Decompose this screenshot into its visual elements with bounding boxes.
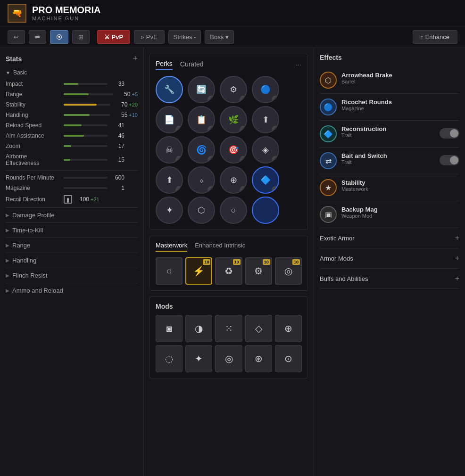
perk-icon-r1-c1[interactable]: 📋− bbox=[188, 106, 215, 133]
perk-icon-r2-c2[interactable]: 🎯− bbox=[220, 136, 247, 164]
view2-button[interactable]: ⊞ bbox=[72, 30, 90, 44]
view1-button[interactable]: ⦿ bbox=[50, 30, 68, 44]
masterwork-icon-2[interactable]: ♻10 bbox=[215, 257, 242, 285]
stat-bar-bg bbox=[64, 114, 110, 116]
effect-name: Stability bbox=[341, 179, 459, 186]
perks-more-button[interactable]: ··· bbox=[296, 61, 302, 69]
effect-symbol: ⇄ bbox=[325, 156, 332, 165]
mod-icon-r0-c1[interactable]: ◑ bbox=[185, 315, 212, 342]
toggle-slider[interactable] bbox=[440, 128, 459, 139]
section-buffs-and-abilities[interactable]: Buffs and Abilities + bbox=[320, 269, 459, 289]
collapsible-flinch-resist[interactable]: ▶ Flinch Resist bbox=[6, 268, 138, 283]
stat-special-row: Rounds Per Minute 600 bbox=[6, 174, 138, 181]
stat-name: Impact bbox=[6, 81, 60, 87]
effect-item-arrowhead-brake: ⬡ Arrowhead Brake Barrel bbox=[320, 67, 459, 94]
strikes-dropdown[interactable]: Strikes - bbox=[168, 30, 201, 44]
mw-symbol: ⚙ bbox=[254, 265, 263, 277]
perks-panel: Perks Curated ··· 🔧🔄−⚙−🔵−📄−📋−🌿−⬆−☠−🌀−🎯−◈… bbox=[144, 48, 314, 476]
perk-icon-r1-c3[interactable]: ⬆− bbox=[252, 106, 279, 133]
stats-special-list: Rounds Per Minute 600 Magazine 1 Recoil … bbox=[6, 174, 138, 204]
perk-icon-r1-c2[interactable]: 🌿− bbox=[220, 106, 247, 133]
perk-icon-r1-c0[interactable]: 📄− bbox=[156, 106, 183, 133]
mod-symbol: ⊛ bbox=[255, 353, 263, 364]
perk-icon-r4-c2[interactable]: ○ bbox=[220, 197, 247, 224]
stat-bar bbox=[64, 104, 97, 106]
basic-section-header[interactable]: ▼ Basic bbox=[6, 69, 138, 76]
masterwork-icon-0[interactable]: ○ bbox=[156, 257, 183, 285]
expand-icon: + bbox=[455, 274, 459, 283]
effect-toggle[interactable] bbox=[440, 125, 459, 139]
tab-perks[interactable]: Perks bbox=[156, 60, 173, 70]
section-label: Exotic Armor bbox=[320, 235, 355, 242]
tab-curated[interactable]: Curated bbox=[180, 60, 204, 70]
collapsible-handling[interactable]: ▶ Handling bbox=[6, 253, 138, 268]
stat-bar-bg bbox=[64, 93, 113, 95]
perk-icon-r3-c2[interactable]: ⊕− bbox=[220, 166, 247, 194]
perk-icon-r3-c1[interactable]: ⬦− bbox=[188, 166, 215, 194]
perk-minus-icon: − bbox=[175, 126, 183, 133]
perk-icon-r2-c1[interactable]: 🌀− bbox=[188, 136, 215, 164]
stat-value: 41 bbox=[111, 122, 125, 129]
stat-bonus: +10 bbox=[129, 112, 138, 118]
stat-bar bbox=[64, 114, 90, 116]
mod-icon-r1-c0[interactable]: ◌ bbox=[156, 345, 183, 372]
collapsible-time-to-kill[interactable]: ▶ Time-to-Kill bbox=[6, 222, 138, 238]
perk-icon-r2-c0[interactable]: ☠− bbox=[156, 136, 183, 164]
perk-symbol: ✦ bbox=[166, 205, 173, 215]
effect-sub: Trait bbox=[341, 132, 440, 138]
section-exotic-armor[interactable]: Exotic Armor + bbox=[320, 228, 459, 248]
perk-icon-r0-c1[interactable]: 🔄− bbox=[188, 76, 215, 103]
masterwork-icon-1[interactable]: ⚡10 bbox=[185, 257, 212, 285]
pve-button[interactable]: ▹ PvE bbox=[134, 30, 164, 44]
collapsible-range[interactable]: ▶ Range bbox=[6, 238, 138, 253]
perk-icon-r3-c0[interactable]: ⬆− bbox=[156, 166, 183, 194]
pvp-button[interactable]: ⚔ PvP bbox=[97, 30, 130, 44]
mod-icon-r1-c2[interactable]: ◎ bbox=[215, 345, 242, 372]
stat-value: 70 bbox=[114, 101, 127, 108]
mod-icon-r0-c0[interactable]: ◙ bbox=[156, 315, 183, 342]
mod-icon-r1-c4[interactable]: ⊙ bbox=[275, 345, 302, 372]
effect-icon: ★ bbox=[320, 179, 337, 196]
masterwork-icon-4[interactable]: ◎10 bbox=[275, 257, 302, 285]
enhance-button[interactable]: ↑ Enhance bbox=[413, 30, 457, 44]
stat-special-row: Recoil Direction 100 +21 bbox=[6, 195, 138, 204]
expand-icon: + bbox=[455, 234, 459, 242]
perk-icon-r0-c2[interactable]: ⚙− bbox=[220, 76, 247, 103]
perk-icon-r2-c3[interactable]: ◈− bbox=[252, 136, 279, 164]
perk-minus-icon: − bbox=[175, 156, 183, 164]
collapsible-label: Time-to-Kill bbox=[12, 227, 43, 234]
perk-icon-r0-c0[interactable]: 🔧 bbox=[156, 76, 183, 103]
perk-symbol: ⚙ bbox=[230, 84, 237, 95]
perk-icon-r4-c1[interactable]: ⬡ bbox=[188, 197, 215, 224]
effect-toggle[interactable] bbox=[440, 152, 459, 165]
mod-icon-r1-c1[interactable]: ✦ bbox=[185, 345, 212, 372]
perk-symbol: 🔧 bbox=[164, 84, 174, 95]
perks-container: Perks Curated ··· 🔧🔄−⚙−🔵−📄−📋−🌿−⬆−☠−🌀−🎯−◈… bbox=[149, 54, 308, 230]
effect-name: Bait and Switch bbox=[341, 152, 440, 159]
undo-button[interactable]: ↩ bbox=[8, 30, 25, 44]
perk-icon-r0-c3[interactable]: 🔵− bbox=[252, 76, 279, 103]
collapsible-ammo-and-reload[interactable]: ▶ Ammo and Reload bbox=[6, 283, 138, 298]
perk-symbol: ⊕ bbox=[230, 175, 237, 185]
mod-icon-r0-c4[interactable]: ⊕ bbox=[275, 315, 302, 342]
arrow-icon: ▶ bbox=[6, 228, 9, 233]
perk-symbol: 📋 bbox=[196, 115, 207, 125]
toggle-slider[interactable] bbox=[440, 155, 459, 165]
boss-dropdown[interactable]: Boss ▾ bbox=[205, 30, 234, 44]
tab-enhanced-intrinsic[interactable]: Enhanced Intrinsic bbox=[195, 242, 245, 252]
tab-masterwork[interactable]: Masterwork bbox=[156, 242, 187, 252]
perk-icon-r4-c3[interactable] bbox=[252, 197, 279, 224]
stat-name: Magazine bbox=[6, 185, 60, 191]
perk-icon-r4-c0[interactable]: ✦ bbox=[156, 197, 183, 224]
arrow-icon: ▶ bbox=[6, 258, 9, 263]
mod-icon-r0-c3[interactable]: ◇ bbox=[245, 315, 272, 342]
mod-icon-r1-c3[interactable]: ⊛ bbox=[245, 345, 272, 372]
shuffle-button[interactable]: ⇌ bbox=[29, 30, 46, 44]
mod-icon-r0-c2[interactable]: ⁙ bbox=[215, 315, 242, 342]
perk-icon-r3-c3[interactable]: 🔷− bbox=[252, 166, 279, 194]
toggle-knob bbox=[450, 156, 458, 164]
add-stats-button[interactable]: + bbox=[133, 54, 138, 64]
collapsible-damage-profile[interactable]: ▶ Damage Profile bbox=[6, 207, 138, 222]
section-armor-mods[interactable]: Armor Mods + bbox=[320, 248, 459, 269]
masterwork-icon-3[interactable]: ⚙10 bbox=[245, 257, 272, 285]
